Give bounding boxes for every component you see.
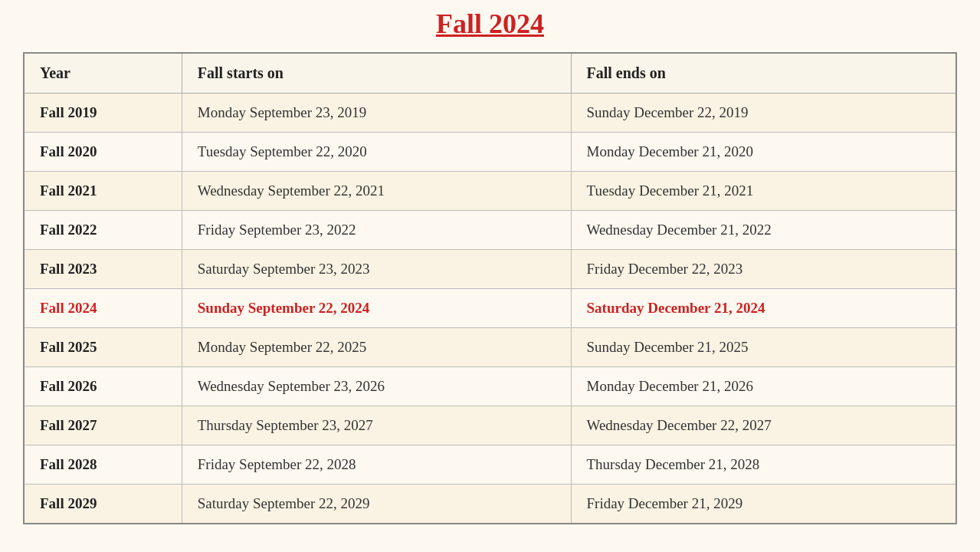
cell-starts: Friday September 22, 2028 xyxy=(182,445,571,485)
cell-starts: Friday September 23, 2022 xyxy=(182,211,571,250)
cell-year: Fall 2024 xyxy=(24,289,182,328)
fall-dates-table: Year Fall starts on Fall ends on Fall 20… xyxy=(23,52,957,524)
cell-ends: Monday December 21, 2026 xyxy=(571,367,956,406)
cell-starts: Tuesday September 22, 2020 xyxy=(182,133,571,172)
cell-ends: Wednesday December 21, 2022 xyxy=(571,211,956,250)
header-year: Year xyxy=(24,53,182,94)
cell-starts: Monday September 23, 2019 xyxy=(182,94,571,133)
cell-year: Fall 2022 xyxy=(24,211,182,250)
table-row: Fall 2019Monday September 23, 2019Sunday… xyxy=(24,94,956,133)
cell-ends: Friday December 22, 2023 xyxy=(571,250,956,289)
header-ends: Fall ends on xyxy=(571,53,956,94)
cell-starts: Saturday September 22, 2029 xyxy=(182,485,571,524)
cell-year: Fall 2025 xyxy=(24,328,182,367)
cell-year: Fall 2029 xyxy=(24,485,182,524)
cell-year: Fall 2020 xyxy=(24,133,182,172)
cell-starts: Thursday September 23, 2027 xyxy=(182,406,571,445)
table-row: Fall 2021Wednesday September 22, 2021Tue… xyxy=(24,172,956,211)
cell-year: Fall 2019 xyxy=(24,94,182,133)
cell-starts: Monday September 22, 2025 xyxy=(182,328,571,367)
cell-ends: Friday December 21, 2029 xyxy=(571,485,956,524)
cell-starts: Sunday September 22, 2024 xyxy=(182,289,571,328)
cell-year: Fall 2023 xyxy=(24,250,182,289)
table-container: Year Fall starts on Fall ends on Fall 20… xyxy=(23,52,957,524)
table-row: Fall 2022Friday September 23, 2022Wednes… xyxy=(24,211,956,250)
cell-starts: Wednesday September 22, 2021 xyxy=(182,172,571,211)
cell-ends: Monday December 21, 2020 xyxy=(571,133,956,172)
table-row: Fall 2026Wednesday September 23, 2026Mon… xyxy=(24,367,956,406)
header-starts: Fall starts on xyxy=(182,53,571,94)
cell-starts: Saturday September 23, 2023 xyxy=(182,250,571,289)
cell-year: Fall 2026 xyxy=(24,367,182,406)
table-header-row: Year Fall starts on Fall ends on xyxy=(24,53,956,94)
cell-ends: Wednesday December 22, 2027 xyxy=(571,406,956,445)
table-row: Fall 2027Thursday September 23, 2027Wedn… xyxy=(24,406,956,445)
table-row: Fall 2020Tuesday September 22, 2020Monda… xyxy=(24,133,956,172)
cell-ends: Thursday December 21, 2028 xyxy=(571,445,956,485)
cell-year: Fall 2028 xyxy=(24,445,182,485)
table-row: Fall 2025Monday September 22, 2025Sunday… xyxy=(24,328,956,367)
cell-ends: Sunday December 21, 2025 xyxy=(571,328,956,367)
table-body: Fall 2019Monday September 23, 2019Sunday… xyxy=(24,94,956,524)
page-wrapper: Fall 2024 Year Fall starts on Fall ends … xyxy=(0,0,980,552)
cell-ends: Saturday December 21, 2024 xyxy=(571,289,956,328)
page-title: Fall 2024 xyxy=(436,8,544,40)
cell-ends: Tuesday December 21, 2021 xyxy=(571,172,956,211)
cell-year: Fall 2027 xyxy=(24,406,182,445)
cell-starts: Wednesday September 23, 2026 xyxy=(182,367,571,406)
table-row: Fall 2023Saturday September 23, 2023Frid… xyxy=(24,250,956,289)
cell-year: Fall 2021 xyxy=(24,172,182,211)
table-row: Fall 2028Friday September 22, 2028Thursd… xyxy=(24,445,956,485)
table-row: Fall 2024Sunday September 22, 2024Saturd… xyxy=(24,289,956,328)
cell-ends: Sunday December 22, 2019 xyxy=(571,94,956,133)
table-row: Fall 2029Saturday September 22, 2029Frid… xyxy=(24,485,956,524)
